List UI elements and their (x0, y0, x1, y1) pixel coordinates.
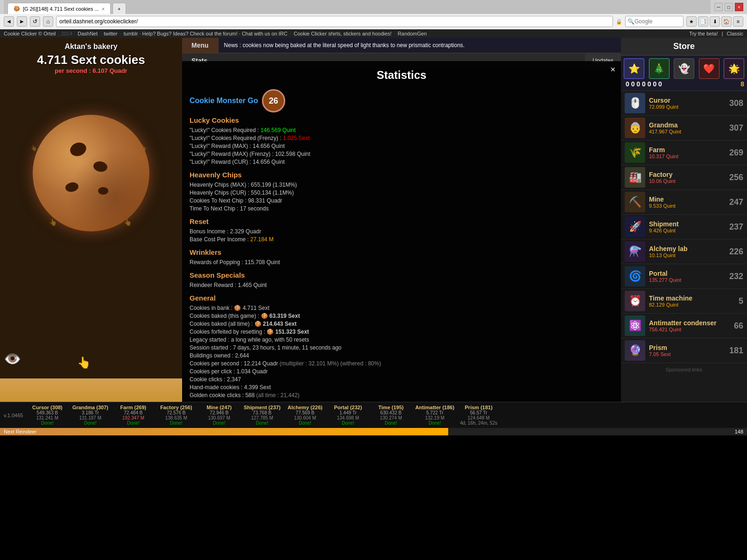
progress-bar-fill (0, 428, 448, 435)
timemachine-count: 5 (729, 296, 743, 306)
antimatter-cost: 756.421 Quint (649, 327, 726, 332)
tumblr-link[interactable]: tumblr (124, 31, 138, 36)
milk-bar (0, 378, 182, 402)
menu-btn[interactable]: ≡ (733, 16, 743, 27)
merch-link[interactable]: Cookie Clicker shirts, stickers and hood… (294, 31, 392, 36)
download-btn[interactable]: ⬇ (710, 16, 720, 27)
bb-cursor-name: Cursor (308) (32, 405, 63, 410)
big-cookie[interactable] (33, 115, 149, 231)
tab-close-btn[interactable]: × (102, 6, 105, 12)
browser-tab-active[interactable]: 🍪 [G 26][148] 4.711 Sext cookies ... × (7, 3, 111, 14)
search-bar: 🔍 (625, 16, 684, 27)
mine-name: Mine (649, 196, 726, 203)
browser-toolbar: ◄ ► ↺ ⌂ 🔒 🔍 ★ 📑 ⬇ 🏠 ≡ (0, 14, 747, 29)
bottom-bar: v.1.0465 Cursor (308) 549.363 B 131.241 … (0, 402, 747, 428)
building-portal[interactable]: 🌀 Portal 135.277 Quint 232 (621, 264, 747, 289)
bb-farm-done: Done! (127, 420, 140, 426)
upgrade-slot-5[interactable]: 🌟 (724, 58, 744, 79)
bookmark-list-btn[interactable]: 📑 (698, 16, 708, 27)
address-bar[interactable] (56, 16, 613, 27)
browser-chrome: 🍪 [G 26][148] 4.711 Sext cookies ... × +… (0, 0, 747, 29)
bb-cursor-base: 131.241 M (36, 415, 58, 420)
building-prism[interactable]: 🔮 Prism 7.05 Sext 181 (621, 338, 747, 363)
search-input[interactable] (634, 18, 681, 25)
home-action-btn[interactable]: 🏠 (721, 16, 732, 27)
building-grandma[interactable]: 👵 Grandma 417.967 Quint 307 (621, 116, 747, 140)
building-alchemy[interactable]: ⚗️ Alchemy lab 10.13 Quint 226 (621, 239, 747, 264)
stats-close-btn[interactable]: × (610, 65, 615, 75)
forward-btn[interactable]: ► (17, 16, 27, 27)
irc-link[interactable]: IRC (279, 31, 288, 36)
sep5: · Chat with us on (239, 31, 279, 36)
close-btn[interactable]: × (735, 3, 743, 11)
grandma-icon: 👵 (625, 118, 645, 138)
back-btn[interactable]: ◄ (4, 16, 14, 27)
forum-link[interactable]: forum! (223, 31, 238, 36)
search-engine-icon: 🔍 (627, 18, 634, 25)
progress-value: 148 (735, 429, 743, 434)
building-mine[interactable]: ⛏️ Mine 9.533 Quint 247 (621, 190, 747, 215)
building-timemachine[interactable]: ⏰ Time machine 82.129 Quint 5 (621, 289, 747, 314)
bakery-name: Aktan's bakery (0, 42, 182, 51)
antimatter-name: Antimatter condenser (649, 319, 726, 327)
building-shipment[interactable]: 🚀 Shipment 9.426 Quint 237 (621, 215, 747, 239)
farm-name: Farm (649, 146, 726, 154)
upgrade-slot-2[interactable]: 🎄 (649, 58, 669, 79)
hc-row-1: Heavenly Chips (MAX) : 655,199 (1.31M%) (190, 182, 613, 188)
upgrade-slot-3[interactable]: 👻 (674, 58, 694, 79)
mine-icon: ⛏️ (625, 192, 645, 212)
bb-antimatter: Antimatter (186) 5.722 Tr 132.19 M Done! (415, 405, 454, 426)
lucky-row-3: "Lucky!" Reward (MAX) : 14.656 Quint (190, 143, 613, 149)
antimatter-info: Antimatter condenser 756.421 Quint (649, 319, 726, 332)
cm-header-text: Cookie Monster Go (190, 97, 258, 105)
left-panel: Aktan's bakery 4.711 Sext cookies per se… (0, 38, 182, 402)
bb-portal-name: Portal (232) (334, 405, 362, 410)
orteil-link[interactable]: Orteil (43, 31, 56, 36)
minimize-btn[interactable]: ─ (714, 3, 723, 11)
bb-grandma-done: Done! (84, 420, 97, 426)
season-title: Season Specials (190, 271, 613, 279)
home-btn[interactable]: ⌂ (43, 16, 53, 27)
cursor-cost: 72.099 Quint (649, 104, 726, 110)
bookmark-star-btn[interactable]: ★ (686, 16, 697, 27)
twitter-link[interactable]: twitter (104, 31, 117, 36)
try-beta-link[interactable]: Try the beta! (689, 31, 718, 36)
bb-antimatter-name: Antimatter (186) (415, 405, 454, 410)
version-label: v.1.0465 (4, 413, 23, 418)
timemachine-cost: 82.129 Quint (649, 302, 726, 308)
dashnet-link[interactable]: DashNet (78, 31, 98, 36)
reset-row-2: Base Cost Per Income : 27.184 M (190, 236, 613, 243)
menu-tab[interactable]: Menu (182, 38, 218, 53)
hc-row-3: Cookies To Next Chip : 98.331 Quadr (190, 197, 613, 204)
upgrade-slot-4[interactable]: ❤️ (699, 58, 719, 79)
bb-factory-name: Factory (256) (160, 405, 192, 410)
mine-count: 247 (729, 197, 743, 207)
sep2: · (100, 31, 103, 36)
classic-link[interactable]: Classic (727, 31, 743, 36)
maximize-btn[interactable]: □ (725, 3, 733, 11)
bb-grandma: Grandma (307) 3.186 Tr 131.187 M Done! (71, 405, 109, 426)
gen-row-5: Legacy started : a long while ago, with … (190, 336, 613, 343)
building-cursor[interactable]: 🖱️ Cursor 72.099 Quint 308 (621, 91, 747, 116)
new-tab-btn[interactable]: + (113, 3, 126, 14)
bb-factory: Factory (256) 72.576 B 138.635 M Done! (157, 405, 195, 426)
bb-antimatter-bonus: 5.722 Tr (426, 410, 444, 415)
reload-btn[interactable]: ↺ (30, 16, 40, 27)
alchemy-cost: 10.13 Quint (649, 252, 726, 258)
randomgen-link[interactable]: RandomGen (398, 31, 427, 36)
bb-time-base: 130.274 M (380, 415, 402, 420)
building-antimatter[interactable]: ⚛️ Antimatter condenser 756.421 Quint 66 (621, 314, 747, 338)
upgrade-slot-1[interactable]: ⭐ (624, 58, 644, 79)
lucky-row-4: "Lucky!" Reward (MAX) (Frenzy) : 102.598… (190, 151, 613, 157)
bb-farm-base: 192.347 M (122, 415, 144, 420)
bb-portal: Portal (232) 1.449 Tr 134.698 M Done! (329, 405, 366, 426)
store-title: Store (621, 38, 747, 56)
bb-farm: Farm (269) 72.484 B 192.347 M Done! (114, 405, 152, 426)
alchemy-icon: ⚗️ (625, 241, 645, 262)
heavenly-chips-title: Heavenly Chips (190, 171, 613, 179)
site-header: Cookie Clicker © Orteil , 2014 · DashNet… (0, 29, 747, 38)
building-farm[interactable]: 🌾 Farm 10.317 Quint 269 (621, 140, 747, 165)
cps-multiplier: (multiplier : 32.101 M%) (withered : 80%… (280, 360, 381, 367)
cookie-bg (33, 115, 149, 231)
building-factory[interactable]: 🏭 Factory 10.06 Quint 256 (621, 165, 747, 190)
